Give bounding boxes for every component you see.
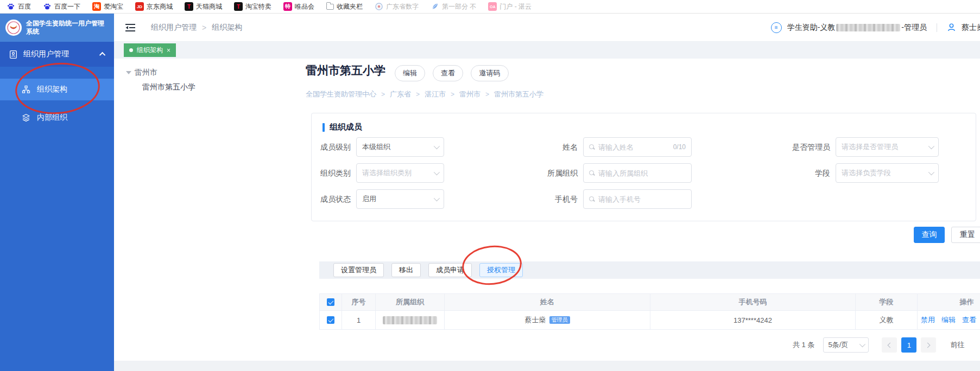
page-title: 雷州市第五小学	[306, 63, 385, 78]
org-path-item[interactable]: 广东省	[390, 89, 411, 99]
bookmark-label: 唯品会	[295, 2, 314, 11]
org-path-breadcrumb: 全国学生资助管理中心> 广东省> 湛江市> 雷州市> 雷州市第五小学	[306, 89, 543, 99]
invite-code-button[interactable]: 邀请码	[471, 65, 509, 81]
name-input[interactable]	[598, 143, 670, 151]
jd-icon: JD	[135, 2, 144, 11]
org-path-item[interactable]: 湛江市	[425, 89, 446, 99]
prev-page-button[interactable]	[882, 337, 897, 353]
bookmark-portal-zhanyun[interactable]: OA 门户 - 湛云	[488, 2, 532, 11]
total-count: 共 1 条	[793, 340, 814, 350]
remove-member-button[interactable]: 移出	[391, 263, 421, 277]
section-header: 组织成员	[323, 122, 362, 132]
member-name: 蔡士燊	[525, 315, 546, 325]
bookmark-taobao-sale[interactable]: T 淘宝特卖	[234, 2, 271, 11]
sidebar-item-label: 内部组织	[37, 113, 67, 123]
portal-oa-icon: OA	[488, 2, 497, 11]
bookmark-jd[interactable]: JD 京东商城	[135, 2, 173, 11]
org-type-select[interactable]: 请选择组织类别	[356, 163, 444, 183]
browser-bookmarks-bar: 百度 百度一下 淘 爱淘宝 JD 京东商城 T 天猫商城 T 淘宝特卖 特 唯品…	[0, 0, 980, 14]
set-admin-button[interactable]: 设置管理员	[333, 263, 384, 277]
next-page-button[interactable]	[921, 337, 936, 353]
breadcrumb-item[interactable]: 组织架构	[212, 23, 242, 33]
active-dot-icon	[129, 48, 133, 52]
cell-stage: 义教	[856, 311, 918, 330]
reset-button[interactable]: 重置	[951, 227, 980, 243]
is-admin-select[interactable]: 请选择是否管理员	[836, 137, 939, 157]
org-input[interactable]	[598, 169, 686, 177]
tree-expand-caret-icon[interactable]	[126, 71, 131, 74]
tree-node-leizhou[interactable]: 雷州市	[126, 68, 157, 78]
stage-label: 学段	[776, 163, 830, 183]
header-name: 姓名	[445, 293, 650, 311]
emblem-icon	[375, 2, 383, 11]
user-role-text: 学生资助-义教 -管理员	[787, 23, 927, 33]
tmall-icon: T	[185, 2, 193, 11]
bookmark-tmall[interactable]: T 天猫商城	[185, 2, 222, 11]
sidebar: 全国学生资助统一用户管理系统 组织用户管理 组织架构 内部组织	[0, 14, 114, 371]
bookmark-vip[interactable]: 特 唯品会	[283, 2, 314, 11]
authorization-manage-button[interactable]: 授权管理	[479, 263, 523, 277]
select-all-checkbox[interactable]	[327, 298, 334, 306]
section-accent-bar	[323, 123, 325, 132]
current-page-button[interactable]: 1	[901, 337, 916, 353]
phone-input[interactable]	[598, 195, 686, 203]
search-icon	[589, 196, 595, 202]
select-value: 启用	[362, 194, 431, 204]
edit-button[interactable]: 编辑	[395, 65, 425, 81]
disable-link[interactable]: 禁用	[921, 315, 935, 325]
platform-switch-icon[interactable]: ≡	[771, 22, 782, 33]
edit-link[interactable]: 编辑	[941, 315, 956, 325]
org-path-item[interactable]: 雷州市	[459, 89, 480, 99]
search-icon	[589, 170, 595, 176]
member-level-select[interactable]: 本级组织	[356, 137, 444, 157]
table-row: 1 蔡士燊 管理员 137****4242 义教 禁用 编辑 查看 移出	[319, 311, 980, 330]
page-size-select[interactable]: 5条/页	[823, 337, 869, 353]
status-select[interactable]: 启用	[356, 189, 444, 209]
stage-select[interactable]: 请选择负责学段	[836, 163, 939, 183]
breadcrumb-item[interactable]: 组织用户管理	[151, 23, 197, 33]
collapse-menu-icon[interactable]	[125, 23, 136, 33]
header-stage: 学段	[856, 293, 918, 311]
role-suffix: -管理员	[901, 23, 927, 33]
members-table: 序号 所属组织 姓名 手机号码 学段 操作 1 蔡士燊 管理员 137****4…	[319, 293, 980, 330]
org-path-item[interactable]: 雷州市第五小学	[494, 89, 543, 99]
bookmark-guangdong-digital[interactable]: 广东省数字	[375, 2, 419, 11]
vertical-divider	[937, 23, 937, 32]
org-redacted-block	[383, 316, 437, 324]
org-path-item[interactable]: 全国学生资助管理中心	[306, 89, 376, 99]
name-label: 姓名	[523, 137, 578, 157]
role-prefix: 学生资助-义教	[787, 23, 836, 33]
vip-icon: 特	[283, 2, 292, 11]
bookmark-baidu[interactable]: 百度	[7, 2, 31, 11]
member-apply-button[interactable]: 成员申请	[428, 263, 472, 277]
tab-org-structure[interactable]: 组织架构 ×	[124, 43, 176, 57]
bookmark-favorites-folder[interactable]: 收藏夹栏	[326, 2, 363, 11]
bookmark-label: 淘宝特卖	[245, 2, 271, 11]
app-logo-header: 全国学生资助统一用户管理系统	[0, 14, 114, 42]
cell-name: 蔡士燊 管理员	[445, 311, 650, 330]
bookmark-aitaobao[interactable]: 淘 爱淘宝	[92, 2, 123, 11]
baidu-paw-icon	[43, 2, 52, 11]
screen: 百度 百度一下 淘 爱淘宝 JD 京东商城 T 天猫商城 T 淘宝特卖 特 唯品…	[0, 0, 980, 371]
sidebar-item-org-structure[interactable]: 组织架构	[0, 79, 114, 100]
tree-node-school[interactable]: 雷州市第五小学	[142, 82, 195, 92]
sidebar-item-org-user-management[interactable]: 组织用户管理	[0, 42, 114, 67]
page-bottom-band	[114, 361, 980, 371]
bookmark-baidu-yixia[interactable]: 百度一下	[43, 2, 80, 11]
app-title: 全国学生资助统一用户管理系统	[26, 20, 109, 36]
view-link[interactable]: 查看	[962, 315, 976, 325]
cell-phone: 137****4242	[650, 311, 856, 330]
section-title: 组织成员	[330, 122, 362, 132]
close-icon[interactable]: ×	[167, 47, 170, 54]
sidebar-item-internal-org[interactable]: 内部组织	[0, 107, 114, 129]
chevron-down-icon	[928, 169, 934, 175]
bookmark-part-one[interactable]: 第一部分 不	[431, 2, 476, 11]
breadcrumb-separator: >	[202, 23, 206, 32]
folder-icon	[326, 4, 334, 10]
header-index: 序号	[342, 293, 376, 311]
view-button[interactable]: 查看	[433, 65, 463, 81]
row-checkbox[interactable]	[327, 316, 334, 324]
query-button[interactable]: 查询	[914, 227, 945, 243]
user-name[interactable]: 蔡士燊	[962, 23, 980, 33]
bookmark-label: 门户 - 湛云	[500, 2, 532, 11]
